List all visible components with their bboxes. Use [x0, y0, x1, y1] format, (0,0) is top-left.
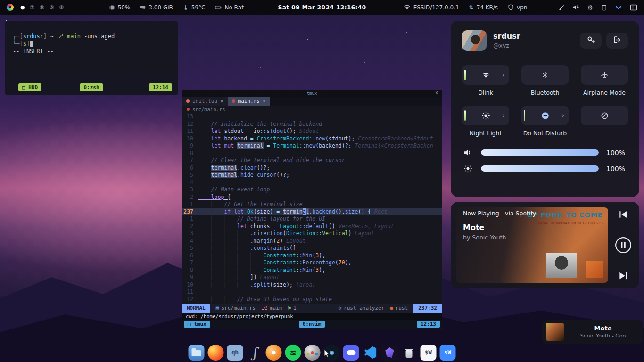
code-line[interactable]: 5 terminal.hide_cursor()?;: [182, 172, 442, 179]
code-line[interactable]: 3 ▏ ▏ ▏ .direction(Direction::Vertical) …: [182, 230, 442, 238]
color-picker-icon[interactable]: [558, 4, 565, 11]
code-buffer[interactable]: 1312 // Initialize the terminal backend1…: [182, 113, 442, 304]
session-name-badge: □ tmux: [184, 321, 210, 328]
close-window-button[interactable]: x: [435, 90, 438, 95]
code-line[interactable]: 11: [182, 288, 442, 296]
pause-button[interactable]: [615, 237, 632, 254]
spotify-icon[interactable]: [285, 345, 301, 361]
code-line[interactable]: 12 ▏ ▏ // Draw UI based on app state: [182, 296, 442, 304]
essid-label: ESSID/127.0.0.1: [413, 4, 459, 11]
airplane-toggle[interactable]: [581, 65, 628, 85]
file-manager-icon[interactable]: [189, 345, 205, 361]
code-line[interactable]: 8: [182, 150, 442, 157]
vim-mode-segment: NORMAL: [182, 304, 210, 313]
trash-icon[interactable]: [401, 345, 417, 361]
code-line[interactable]: 13: [182, 113, 442, 121]
code-line[interactable]: 5 ▏ ▏ ▏ .constraints([: [182, 245, 442, 252]
brightness-slider[interactable]: [481, 165, 599, 172]
tab-main-rs[interactable]: main.rs ×: [228, 97, 270, 106]
discord-icon[interactable]: [343, 345, 359, 361]
chevron-right-icon[interactable]: ›: [502, 112, 505, 119]
dnd-toggle[interactable]: ›: [521, 106, 569, 125]
text-segment: Min: [303, 252, 313, 259]
terminal-line: ┌─[srdusr] ~ ⎇ main -unstaged: [13, 33, 170, 40]
volume-slider[interactable]: [481, 149, 599, 156]
obsidian-icon[interactable]: [382, 345, 398, 361]
system-tray: ⚙: [558, 4, 637, 11]
sw-light-terminal-icon[interactable]: $W: [421, 345, 437, 361]
airplane-toggle-cell: Airplane Mode: [581, 65, 628, 96]
fish-shell-icon[interactable]: ʃ: [247, 345, 263, 361]
night-light-icon: [482, 112, 490, 120]
code-line[interactable]: 11 let stdout = io::stdout(); Stdout: [182, 128, 442, 135]
qutebrowser-icon[interactable]: qb: [227, 345, 243, 361]
speaker-icon[interactable]: [572, 4, 579, 11]
nightlight-toggle[interactable]: ›: [462, 106, 509, 125]
settings-gear-icon[interactable]: ⚙: [587, 4, 593, 11]
code-line[interactable]: 6 ▏ ▏ ▏ ▏ Constraint::Min(3),: [182, 252, 442, 260]
workspace-indicator[interactable]: ⑨: [49, 5, 54, 10]
code-line[interactable]: 12 // Initialize the terminal backend: [182, 121, 442, 128]
terminal-output[interactable]: ┌─[srdusr] ~ ⎇ main -unstaged└─[$] -- IN…: [5, 21, 178, 55]
code-line[interactable]: 1 ▏ // Get the terminal size: [182, 201, 442, 208]
text-segment: // Draw UI based on app state: [237, 296, 332, 303]
control-center-panel: srdusr @xyz ›DlinkBluetoothAirplane Mode…: [451, 21, 639, 197]
firefox-icon[interactable]: [208, 345, 224, 361]
code-line[interactable]: 9 let mut terminal = Terminal::new(backe…: [182, 142, 442, 150]
bluetooth-toggle[interactable]: [521, 65, 569, 85]
code-line[interactable]: 8 ▏ ▏ ▏ ▏ Constraint::Min(3),: [182, 267, 442, 274]
code-line[interactable]: 7 ▏ ▏ ▏ ▏ Constraint::Percentage(70),: [182, 259, 442, 267]
wifi-toggle[interactable]: ›: [462, 65, 509, 85]
keys-button[interactable]: [580, 33, 602, 49]
text-segment: ~: [50, 33, 57, 40]
text-segment: Rect: [371, 208, 388, 215]
text-segment: [198, 165, 211, 171]
text-segment: Constraint: [263, 252, 296, 259]
media-notification[interactable]: Mote Sonic Youth - Goo: [542, 320, 643, 344]
text-segment: .: [250, 281, 254, 288]
separator: [178, 5, 178, 10]
sw-blue-terminal-icon[interactable]: $W: [440, 345, 456, 361]
chevron-down-icon[interactable]: [615, 4, 622, 11]
clipboard-icon[interactable]: [601, 4, 607, 11]
code-line[interactable]: 10 ▏ ▏ ▏ .split(size); (area): [182, 281, 442, 289]
text-segment: // Initialize the terminal backend: [198, 121, 322, 127]
code-line[interactable]: 6 terminal.clear()?;: [182, 165, 442, 172]
code-line[interactable]: 10 let backend = CrosstermBackend::new(s…: [182, 135, 442, 143]
line-number: 9: [182, 274, 198, 281]
code-line[interactable]: 2 ▏ ▏ let chunks = Layout::default() Vec…: [182, 223, 442, 230]
code-line[interactable]: 237 ▏ if let Ok(size) = terminal.backend…: [182, 208, 442, 216]
code-line[interactable]: 7 // Clear the terminal and hide the cur…: [182, 157, 442, 165]
next-track-button[interactable]: [618, 271, 628, 281]
orange-app-icon[interactable]: [266, 345, 282, 361]
previous-track-button[interactable]: [618, 209, 628, 220]
code-line[interactable]: 3 // Main event loop: [182, 186, 442, 194]
workspace-indicator[interactable]: ⑤: [59, 5, 64, 10]
hud-terminal-window[interactable]: ┌─[srdusr] ~ ⎇ main -unstaged└─[$] -- IN…: [5, 21, 178, 95]
code-line[interactable]: 9 ▏ ▏ ▏ ]) Layout: [182, 274, 442, 281]
code-line[interactable]: 2 loop {: [182, 194, 442, 201]
line-number: 4: [182, 179, 198, 187]
workspace-indicator[interactable]: ②: [30, 5, 35, 10]
chevron-right-icon[interactable]: ›: [561, 112, 564, 119]
code-line[interactable]: 1 ▏ ▏ // Define layout for the UI: [182, 215, 442, 223]
distro-logo-icon[interactable]: [7, 4, 14, 11]
tmux-window-badge[interactable]: 0:nvim: [299, 321, 325, 328]
workspace-indicator[interactable]: ●: [20, 5, 25, 10]
vscode-icon[interactable]: [363, 345, 379, 361]
bluetooth-toggle-cell: Bluetooth: [521, 65, 569, 96]
code-line[interactable]: 4: [182, 179, 442, 187]
tab-init-lua[interactable]: init.lua ×: [182, 97, 228, 106]
close-tab-icon[interactable]: ×: [263, 98, 266, 104]
tmux-window-badge[interactable]: 0:zsh: [80, 83, 103, 91]
logout-button[interactable]: [606, 33, 628, 49]
editor-window[interactable]: tmux x init.lua × main.rs × src/main.rs …: [182, 90, 442, 329]
close-tab-icon[interactable]: ×: [220, 98, 223, 104]
prohibit-toggle[interactable]: [581, 106, 628, 125]
chevron-right-icon[interactable]: ›: [502, 71, 505, 79]
code-line[interactable]: 4 ▏ ▏ ▏ .margin(2) Layout: [182, 238, 442, 245]
layout-monitor-icon[interactable]: [630, 4, 637, 11]
gimp-icon[interactable]: [305, 345, 321, 361]
workspace-indicator[interactable]: ③: [39, 5, 44, 10]
text-segment: terminal: [211, 165, 237, 171]
